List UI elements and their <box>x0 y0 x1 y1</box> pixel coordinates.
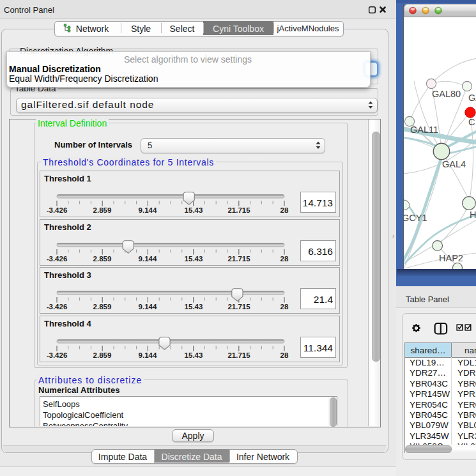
svg-text:GAL11: GAL11 <box>410 125 438 135</box>
svg-text:H: H <box>470 210 476 220</box>
svg-text:GAL4: GAL4 <box>442 159 466 169</box>
svg-text:HAP2: HAP2 <box>439 253 463 263</box>
svg-text:GAL80: GAL80 <box>432 89 461 99</box>
svg-text:C: C <box>468 117 475 127</box>
svg-text:GA: GA <box>468 93 476 103</box>
svg-text:GCY1: GCY1 <box>404 213 427 223</box>
